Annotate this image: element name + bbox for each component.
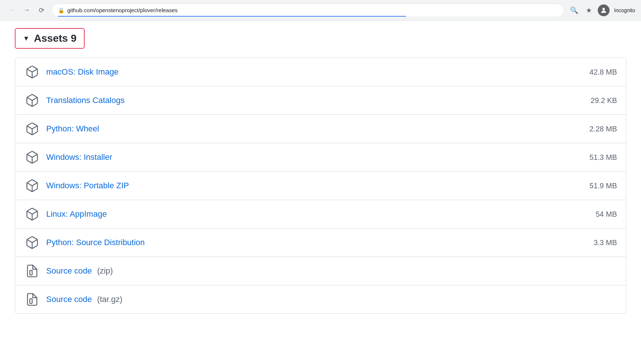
asset-size: 51.9 MB	[580, 182, 617, 190]
url-text: github.com/openstenoproject/plover/relea…	[67, 7, 557, 13]
package-icon	[24, 92, 40, 109]
asset-link-translations-catalogs[interactable]: Translations Catalogs	[46, 96, 574, 105]
asset-link-python-source-distribution[interactable]: Python: Source Distribution	[46, 238, 574, 247]
file-zip-icon	[24, 263, 40, 279]
asset-link-macos-disk-image[interactable]: macOS: Disk Image	[46, 67, 574, 77]
asset-size: 2.28 MB	[580, 125, 617, 133]
asset-link-linux-appimage[interactable]: Linux: AppImage	[46, 209, 574, 219]
list-item: Source code (zip)	[15, 257, 626, 285]
package-icon	[24, 64, 40, 80]
back-button[interactable]: ←	[6, 4, 18, 16]
asset-size: 51.3 MB	[580, 153, 617, 162]
assets-toggle[interactable]: ▼ Assets 9	[15, 28, 85, 49]
list-item: Translations Catalogs 29.2 KB	[15, 86, 626, 115]
asset-size: 29.2 KB	[580, 96, 617, 105]
list-item: macOS: Disk Image 42.8 MB	[15, 58, 626, 86]
profile-button[interactable]	[598, 4, 610, 16]
address-bar[interactable]: 🔒 github.com/openstenoproject/plover/rel…	[52, 4, 564, 17]
chrome-toolbar-icons: 🔍 ★ Incognito	[568, 4, 635, 16]
file-zip-icon	[24, 291, 40, 308]
svg-rect-13	[30, 299, 32, 303]
assets-title: Assets 9	[34, 32, 77, 44]
asset-link-source-code-targz[interactable]: Source code (tar.gz)	[46, 295, 617, 304]
asset-size: 3.3 MB	[580, 238, 617, 247]
address-underline	[58, 16, 406, 17]
asset-size: 42.8 MB	[580, 68, 617, 76]
svg-rect-12	[30, 270, 32, 275]
nav-buttons: ← → ⟳	[6, 4, 47, 16]
asset-link-source-code-zip[interactable]: Source code (zip)	[46, 266, 617, 276]
package-icon	[24, 121, 40, 137]
page-content: ▼ Assets 9 macOS: Disk Image 42.8 MB	[0, 21, 641, 321]
list-item: Windows: Portable ZIP 51.9 MB	[15, 172, 626, 200]
package-icon	[24, 178, 40, 194]
lock-icon: 🔒	[58, 7, 64, 13]
forward-button[interactable]: →	[21, 4, 33, 16]
list-item: Python: Wheel 2.28 MB	[15, 115, 626, 143]
browser-chrome: ← → ⟳ 🔒 github.com/openstenoproject/plov…	[0, 0, 641, 21]
chevron-down-icon: ▼	[23, 35, 30, 42]
asset-size: 54 MB	[580, 210, 617, 219]
package-icon	[24, 234, 40, 251]
svg-point-0	[603, 8, 605, 10]
asset-link-python-wheel[interactable]: Python: Wheel	[46, 124, 574, 134]
assets-list: macOS: Disk Image 42.8 MB Translations C…	[15, 58, 626, 314]
list-item: Source code (tar.gz)	[15, 285, 626, 313]
package-icon	[24, 149, 40, 165]
list-item: Linux: AppImage 54 MB	[15, 200, 626, 229]
list-item: Python: Source Distribution 3.3 MB	[15, 229, 626, 257]
asset-link-windows-portable-zip[interactable]: Windows: Portable ZIP	[46, 181, 574, 190]
incognito-label: Incognito	[614, 7, 635, 13]
asset-link-windows-installer[interactable]: Windows: Installer	[46, 152, 574, 162]
bookmark-button[interactable]: ★	[583, 4, 595, 16]
reload-button[interactable]: ⟳	[35, 4, 47, 16]
list-item: Windows: Installer 51.3 MB	[15, 143, 626, 172]
zoom-button[interactable]: 🔍	[568, 4, 580, 16]
package-icon	[24, 206, 40, 222]
